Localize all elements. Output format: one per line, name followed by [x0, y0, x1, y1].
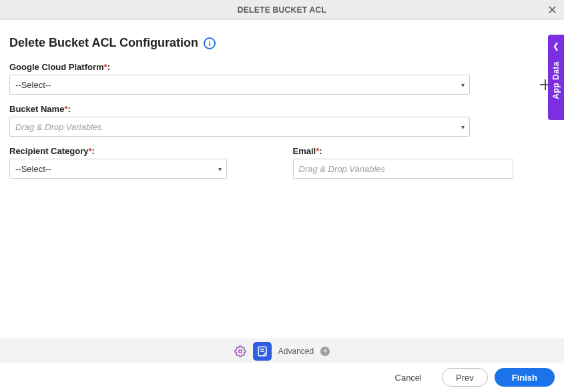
form-icon-button[interactable]: [253, 342, 272, 361]
bucket-label: Bucket Name*:: [9, 104, 555, 114]
required-asterisk: *: [316, 146, 319, 156]
gcp-label-text: Google Cloud Platform: [9, 62, 104, 72]
form-icon: [256, 345, 268, 357]
recipient-category-select[interactable]: --Select--: [9, 159, 227, 179]
gear-icon[interactable]: [234, 345, 246, 357]
gcp-select[interactable]: --Select--: [9, 75, 470, 95]
close-button[interactable]: ✕: [547, 3, 557, 17]
recipient-label-text: Recipient Category: [9, 146, 88, 156]
required-asterisk: *: [64, 104, 67, 114]
bucket-label-text: Bucket Name: [9, 104, 64, 114]
info-icon[interactable]: i: [204, 37, 216, 49]
chevron-left-icon: ❮: [553, 41, 559, 51]
required-asterisk: *: [88, 146, 91, 156]
recipient-label: Recipient Category*:: [9, 146, 272, 156]
prev-button[interactable]: Prev: [442, 368, 488, 387]
email-input[interactable]: [293, 159, 513, 179]
required-asterisk: *: [104, 62, 107, 72]
app-data-side-tab[interactable]: ❮ App Data: [548, 35, 564, 120]
bucket-name-input[interactable]: [9, 117, 470, 137]
gcp-label: Google Cloud Platform*:: [9, 62, 529, 72]
cancel-button[interactable]: Cancel: [382, 368, 435, 387]
finish-button[interactable]: Finish: [495, 368, 555, 387]
advanced-add-button[interactable]: +: [320, 347, 330, 356]
dialog-footer: Cancel Prev Finish: [0, 363, 564, 392]
email-label: Email*:: [293, 146, 555, 156]
dialog-header: DELETE BUCKET ACL ✕: [0, 0, 564, 20]
page-title: Delete Bucket ACL Configuration: [9, 36, 198, 50]
dialog-title: DELETE BUCKET ACL: [238, 5, 326, 15]
close-icon: ✕: [547, 3, 557, 17]
email-label-text: Email: [293, 146, 316, 156]
dialog-content: Delete Bucket ACL Configuration i Google…: [0, 20, 564, 339]
bottom-toolbar: Advanced +: [0, 339, 564, 363]
side-tab-label: App Data: [551, 61, 561, 99]
svg-point-0: [239, 349, 242, 353]
advanced-label: Advanced: [278, 347, 314, 356]
